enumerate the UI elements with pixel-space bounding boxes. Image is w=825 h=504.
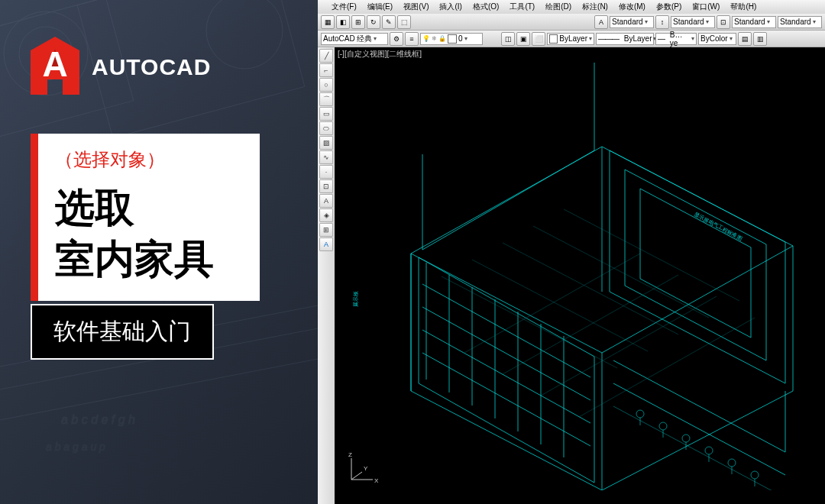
draw-toolbar: ╱ ⌐ ○ ⌒ ▭ ⬭ ▨ ∿ · ⊡ A ◈ ⊞ A [318, 47, 335, 504]
svg-text:Z: Z [348, 451, 352, 458]
plotstyle-select[interactable]: ByColor [698, 33, 736, 45]
menu-edit[interactable]: 编辑(E) [363, 1, 397, 13]
wireframe-drawing: 显示屏电气工程标准图 展示板 [350, 63, 823, 490]
menu-view[interactable]: 视图(V) [399, 1, 433, 13]
color-select[interactable]: ByLayer [547, 33, 594, 45]
linetype-select[interactable]: ——— ByLayer [596, 33, 654, 45]
layer-btn[interactable]: ▣ [516, 32, 530, 46]
logo-area: A AUTOCAD [31, 37, 211, 98]
menu-draw[interactable]: 绘图(D) [541, 1, 576, 13]
svg-point-16 [751, 471, 759, 479]
svg-text:a b c d e f g h: a b c d e f g h [61, 413, 135, 426]
mtext-tool[interactable]: A [319, 237, 333, 251]
drawing-viewport[interactable]: [-][自定义视图][二维线框] [335, 47, 825, 504]
title-card: （选择对象） 选取 室内家具 [31, 134, 260, 301]
toolbar-btn[interactable]: ▤ [738, 32, 752, 46]
gear-icon[interactable]: ⚙ [390, 32, 403, 46]
toolbar-btn[interactable]: ⬚ [397, 15, 411, 29]
svg-point-12 [659, 422, 667, 430]
point-tool[interactable]: · [319, 165, 333, 179]
block-tool[interactable]: ⊡ [319, 179, 333, 193]
viewport-label[interactable]: [-][自定义视图][二维线框] [338, 49, 422, 60]
menu-parametric[interactable]: 参数(P) [652, 1, 686, 13]
menu-format[interactable]: 格式(O) [468, 1, 503, 13]
toolbar-btn[interactable]: ⊞ [351, 15, 365, 29]
lineweight-select[interactable]: — B…ye [655, 33, 697, 45]
app-name: AUTOCAD [92, 54, 211, 80]
table-style-select[interactable]: Standard [732, 16, 776, 28]
svg-text:A: A [42, 44, 67, 84]
polyline-tool[interactable]: ⌐ [319, 63, 333, 77]
menu-dimension[interactable]: 标注(N) [578, 1, 613, 13]
arc-tool[interactable]: ⌒ [319, 92, 333, 106]
footer-text: 软件基础入门 [53, 318, 191, 344]
table-style-icon[interactable]: ⊡ [717, 15, 730, 29]
toolbar-btn[interactable]: ▥ [753, 32, 767, 46]
svg-point-14 [705, 447, 713, 454]
svg-line-25 [351, 472, 362, 480]
toolbar-btn[interactable]: ↻ [367, 15, 380, 29]
region-tool[interactable]: ◈ [319, 208, 333, 222]
svg-point-2 [206, 0, 283, 69]
ucs-icon: X Z Y [342, 451, 380, 489]
hatch-tool[interactable]: ▨ [319, 136, 333, 150]
layer-state-select[interactable]: 💡❄🔒 0 [420, 33, 483, 45]
subtitle: （选择对象） [55, 147, 243, 172]
ellipse-tool[interactable]: ⬭ [319, 121, 333, 135]
table-tool[interactable]: ⊞ [319, 223, 333, 237]
menu-modify[interactable]: 修改(M) [614, 1, 650, 13]
menu-insert[interactable]: 插入(I) [435, 1, 466, 13]
spline-tool[interactable]: ∿ [319, 150, 333, 164]
layer-btn[interactable]: ⬜ [532, 32, 545, 46]
footer-card: 软件基础入门 [31, 304, 214, 360]
toolbar-btn[interactable]: ◧ [336, 15, 350, 29]
menubar: 文件(F) 编辑(E) 视图(V) 插入(I) 格式(O) 工具(T) 绘图(D… [318, 0, 825, 14]
svg-text:展示板: 展示板 [353, 291, 358, 307]
menu-help[interactable]: 帮助(H) [726, 1, 761, 13]
ml-style-select[interactable]: Standard [778, 16, 822, 28]
dim-style-select[interactable]: Standard [671, 16, 715, 28]
toolbar-layers: AutoCAD 经典 ⚙ ≡ 💡❄🔒 0 ◫ ▣ ⬜ ByLayer ——— B… [318, 31, 825, 47]
text-tool[interactable]: A [319, 194, 333, 208]
svg-line-7 [0, 359, 318, 420]
rectangle-tool[interactable]: ▭ [319, 107, 333, 121]
svg-point-13 [682, 435, 690, 442]
title-line2: 室内家具 [55, 234, 243, 285]
text-style-select[interactable]: Standard [610, 16, 654, 28]
title-line1: 选取 [55, 183, 243, 234]
circle-tool[interactable]: ○ [319, 78, 333, 92]
autocad-window: 文件(F) 编辑(E) 视图(V) 插入(I) 格式(O) 工具(T) 绘图(D… [318, 0, 825, 504]
menu-tools[interactable]: 工具(T) [505, 1, 539, 13]
line-tool[interactable]: ╱ [319, 49, 333, 63]
layer-isolate-icon[interactable]: ◫ [501, 32, 515, 46]
svg-point-15 [728, 459, 736, 467]
svg-text:Y: Y [364, 465, 368, 472]
toolbar-styles: ▦ ◧ ⊞ ↻ ✎ ⬚ A Standard ↕ Standard ⊡ Stan… [318, 14, 825, 31]
workspace-select[interactable]: AutoCAD 经典 [321, 33, 388, 45]
layer-manager-icon[interactable]: ≡ [405, 32, 419, 46]
toolbar-btn[interactable]: ✎ [382, 15, 396, 29]
dim-style-icon[interactable]: ↕ [655, 15, 669, 29]
svg-text:X: X [374, 477, 379, 484]
promo-panel: a b c d e f g h a b a g a u p A AUTOCAD … [0, 0, 318, 504]
svg-text:a b a g a u p: a b a g a u p [46, 441, 105, 453]
text-style-icon[interactable]: A [594, 15, 608, 29]
menu-window[interactable]: 窗口(W) [688, 1, 724, 13]
toolbar-btn[interactable]: ▦ [321, 15, 335, 29]
autocad-logo-icon: A [31, 37, 79, 98]
menu-file[interactable]: 文件(F) [327, 1, 361, 13]
svg-point-11 [636, 410, 644, 418]
